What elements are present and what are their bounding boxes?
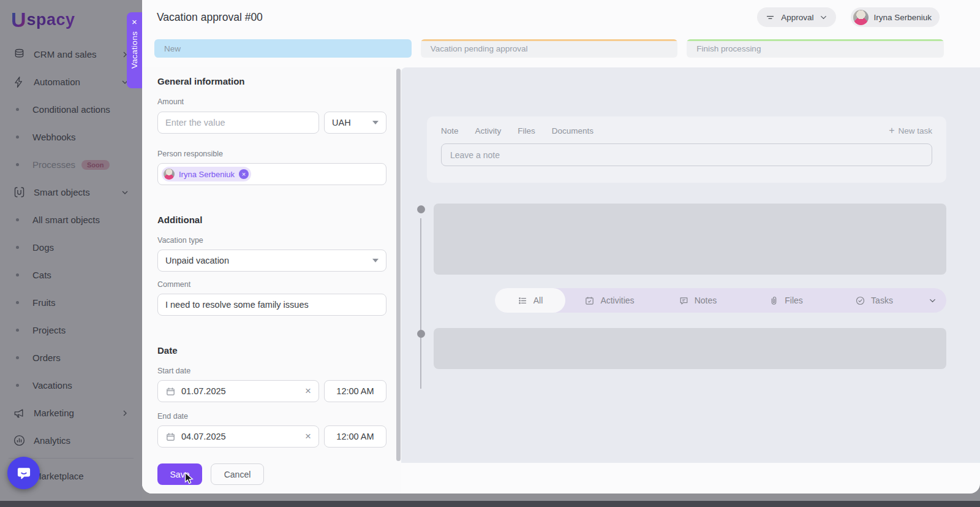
vacation-type-label: Vacation type: [157, 236, 386, 245]
vacations-tab-label: Vacations: [130, 31, 139, 69]
end-date-label: End date: [157, 412, 386, 421]
stage-topline: [421, 39, 678, 41]
start-time-input[interactable]: 12:00 AM: [324, 380, 386, 402]
comment-input[interactable]: [157, 294, 386, 316]
tab-files[interactable]: Files: [518, 126, 535, 135]
filter-label: Tasks: [871, 295, 893, 305]
mouse-cursor: [184, 472, 195, 486]
vacations-side-tab[interactable]: × Vacations: [127, 12, 142, 88]
stage-finish-processing[interactable]: Finish processing: [687, 39, 944, 58]
person-chip: Iryna Serbeniuk ×: [162, 167, 251, 181]
filter-tasks[interactable]: Tasks: [830, 288, 918, 313]
tab-activity[interactable]: Activity: [475, 126, 502, 135]
chat-launcher-button[interactable]: [7, 457, 40, 489]
tab-note[interactable]: Note: [441, 126, 459, 135]
end-date-input[interactable]: 04.07.2025 ×: [157, 425, 319, 448]
new-task-button[interactable]: + New task: [889, 126, 932, 135]
timeline-skeleton-block: [434, 328, 946, 369]
filter-lines-icon: [765, 12, 775, 23]
person-chip-name: Iryna Serbeniuk: [179, 170, 235, 179]
user-menu-button[interactable]: Iryna Serbeniuk: [851, 7, 940, 27]
timeline-filter-bar: All Activities Notes Files: [495, 288, 946, 313]
filter-expand-chevron[interactable]: [918, 296, 946, 305]
paperclip-icon: [769, 295, 779, 306]
vacation-type-select[interactable]: Unpaid vacation: [157, 250, 386, 272]
tab-documents[interactable]: Documents: [552, 126, 594, 135]
new-task-label: New task: [898, 126, 932, 135]
form-actions: Save Cancel: [157, 463, 386, 485]
timeline-dot: [417, 205, 425, 213]
timeline-dot: [417, 330, 425, 338]
cancel-button[interactable]: Cancel: [211, 463, 264, 485]
stage-topline: [687, 39, 944, 41]
modal-header: Vacation approval #00 Approval Iryna Ser…: [142, 0, 980, 34]
list-icon: [518, 295, 528, 306]
save-button[interactable]: Save: [157, 463, 202, 485]
user-name: Iryna Serbeniuk: [873, 13, 932, 22]
end-date-value: 04.07.2025: [181, 432, 226, 441]
plus-icon: +: [889, 126, 894, 135]
end-time-value: 12:00 AM: [336, 432, 374, 441]
screen: Uspacy CRM and sales Automation Conditio…: [0, 0, 980, 507]
person-responsible-field[interactable]: Iryna Serbeniuk ×: [157, 163, 386, 185]
filter-label: Files: [785, 295, 803, 305]
stage-label: New: [164, 44, 181, 53]
scrollbar[interactable]: [396, 69, 401, 461]
filter-label: Activities: [600, 295, 634, 305]
section-title-general: General information: [157, 76, 386, 86]
stage-label: Finish processing: [696, 44, 761, 53]
stage-bar: New Vacation pending approval Finish pro…: [142, 34, 980, 58]
vacation-approval-modal: Vacation approval #00 Approval Iryna Ser…: [142, 0, 980, 494]
avatar: [164, 169, 175, 180]
currency-value: UAH: [332, 118, 351, 128]
modal-body: General information Amount UAH Person re…: [142, 67, 980, 494]
comment-label: Comment: [157, 280, 386, 289]
amount-label: Amount: [157, 97, 386, 106]
currency-select[interactable]: UAH: [324, 112, 386, 134]
filter-label: All: [533, 295, 543, 305]
approval-label: Approval: [781, 13, 813, 22]
filter-all[interactable]: All: [495, 288, 565, 313]
amount-input[interactable]: [157, 112, 319, 134]
filter-files[interactable]: Files: [742, 288, 830, 313]
page-title: Vacation approval #00: [157, 11, 757, 24]
remove-person-icon[interactable]: ×: [239, 169, 249, 179]
start-time-value: 12:00 AM: [336, 386, 374, 396]
end-time-input[interactable]: 12:00 AM: [324, 425, 386, 448]
clear-date-icon[interactable]: ×: [305, 430, 311, 443]
start-date-label: Start date: [157, 367, 386, 375]
note-composer-card: Note Activity Files Documents + New task: [427, 116, 946, 183]
caret-down-icon: [372, 259, 379, 262]
timeline-panel: Note Activity Files Documents + New task: [401, 67, 980, 463]
check-circle-icon: [855, 295, 865, 306]
approval-dropdown-button[interactable]: Approval: [757, 7, 836, 27]
vacation-type-value: Unpaid vacation: [165, 256, 229, 265]
clear-date-icon[interactable]: ×: [305, 385, 311, 397]
filter-notes[interactable]: Notes: [654, 288, 742, 313]
start-date-value: 01.07.2025: [181, 386, 226, 396]
section-title-additional: Additional: [157, 215, 386, 225]
filter-activities[interactable]: Activities: [565, 288, 654, 313]
vacation-form: General information Amount UAH Person re…: [142, 67, 401, 494]
note-bubble-icon: [679, 295, 689, 306]
stage-pending-approval[interactable]: Vacation pending approval: [421, 39, 678, 58]
cancel-label: Cancel: [224, 470, 251, 479]
calendar-icon: [165, 432, 176, 442]
close-icon[interactable]: ×: [132, 17, 137, 26]
filter-label: Notes: [695, 295, 717, 305]
chevron-down-icon: [819, 13, 828, 22]
timeline-line: [420, 218, 421, 389]
chat-bubble-icon: [16, 465, 32, 481]
timeline-skeleton-block: [434, 204, 946, 275]
calendar-icon: [165, 386, 176, 397]
chevron-down-icon: [928, 296, 937, 305]
stage-new[interactable]: New: [154, 39, 412, 58]
section-title-date: Date: [157, 345, 386, 356]
calendar-check-icon: [584, 295, 595, 306]
bottom-bar: [0, 501, 980, 507]
start-date-input[interactable]: 01.07.2025 ×: [157, 380, 319, 402]
person-responsible-label: Person responsible: [157, 150, 386, 158]
avatar: [853, 10, 869, 25]
note-input[interactable]: [441, 143, 932, 166]
caret-down-icon: [372, 121, 379, 124]
